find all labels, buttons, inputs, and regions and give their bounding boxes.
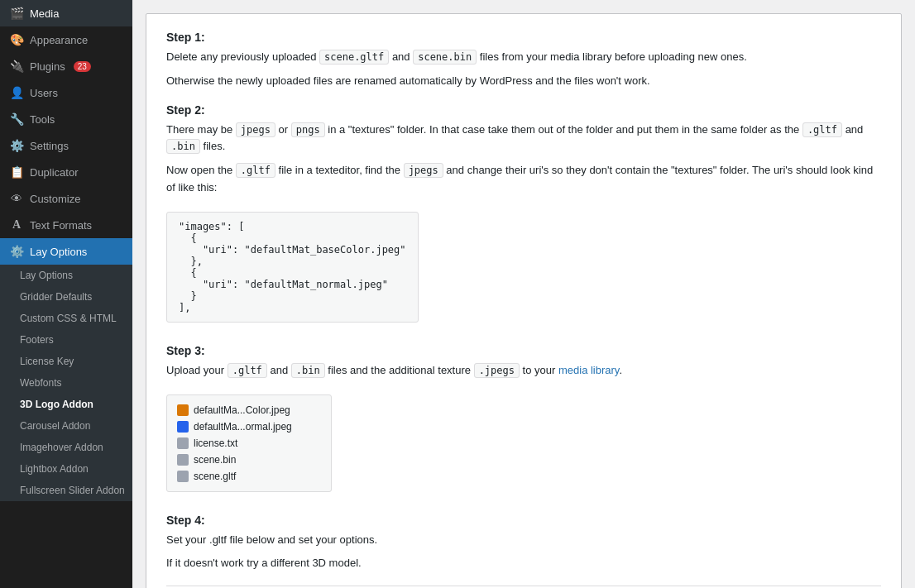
submenu-webfonts[interactable]: Webfonts	[0, 372, 132, 394]
lay-options-icon: ⚙️	[10, 245, 23, 258]
file-icon-gltf	[177, 471, 189, 482]
sidebar-item-lay-options[interactable]: ⚙️ Lay Options	[0, 238, 132, 265]
sidebar-item-duplicator[interactable]: 📋 Duplicator	[0, 159, 132, 185]
sidebar-item-text-formats[interactable]: A Text Formats	[0, 212, 132, 238]
sidebar-item-label: Customize	[30, 193, 80, 205]
file-item: scene.gltf	[177, 468, 321, 485]
submenu-gridder-defaults[interactable]: Gridder Defaults	[0, 286, 132, 308]
code-gltf-3: .gltf	[228, 363, 267, 378]
submenu-lay-options[interactable]: Lay Options	[0, 265, 132, 286]
main-content: Step 1: Delete any previously uploaded s…	[132, 0, 915, 588]
sidebar-item-label: Settings	[30, 140, 69, 152]
media-library-link[interactable]: media library	[558, 364, 619, 376]
file-name: defaultMa...Color.jpeg	[194, 404, 290, 416]
step3-heading: Step 3:	[166, 344, 881, 357]
step1-text1: Delete any previously uploaded scene.glt…	[166, 49, 881, 66]
code-block-json: "images": [ { "uri": "defaultMat_baseCol…	[166, 212, 419, 323]
sidebar-item-label: Plugins	[30, 60, 65, 73]
sidebar-item-customize[interactable]: 👁 Customize	[0, 185, 132, 212]
submenu-fullscreen-slider-addon[interactable]: Fullscreen Slider Addon	[0, 480, 132, 501]
settings-icon: ⚙️	[10, 139, 23, 152]
sidebar: 🎬 Media 🎨 Appearance 🔌 Plugins 23 👤 User…	[0, 0, 132, 588]
submenu-label: 3D Logo Addon	[20, 399, 93, 410]
tools-icon: 🔧	[10, 112, 23, 126]
step4-text1: Set your .gltf file below and set your o…	[166, 532, 881, 549]
code-bin-2: .bin	[291, 363, 325, 378]
file-icon-jpeg2	[177, 421, 189, 433]
plugins-icon: 🔌	[10, 60, 23, 73]
users-icon: 👤	[10, 86, 23, 99]
step2-text2: Now open the .gltf file in a texteditor,…	[166, 162, 881, 197]
code-scene-bin-1: scene.bin	[413, 50, 477, 65]
sidebar-item-label: Text Formats	[30, 219, 92, 232]
duplicator-icon: 📋	[10, 165, 23, 179]
sidebar-item-plugins[interactable]: 🔌 Plugins 23	[0, 53, 132, 79]
code-gltf-2: .gltf	[236, 163, 275, 178]
sidebar-item-appearance[interactable]: 🎨 Appearance	[0, 26, 132, 53]
submenu-lightbox-addon[interactable]: Lightbox Addon	[0, 458, 132, 480]
code-jpegs-1: jpegs	[236, 122, 275, 137]
sidebar-item-label: Users	[30, 87, 58, 99]
step4-text2: If it doesn't work try a different 3D mo…	[166, 555, 881, 572]
sidebar-item-tools[interactable]: 🔧 Tools	[0, 106, 132, 132]
sidebar-item-label: Lay Options	[30, 246, 87, 258]
file-icon-jpeg1	[177, 404, 189, 416]
content-area: Step 1: Delete any previously uploaded s…	[146, 13, 902, 588]
step2-text1: There may be jpegs or pngs in a "texture…	[166, 122, 881, 156]
file-item: defaultMa...ormal.jpeg	[177, 418, 321, 435]
submenu-custom-css-html[interactable]: Custom CSS & HTML	[0, 308, 132, 329]
sidebar-item-label: Duplicator	[30, 166, 79, 179]
file-item: scene.bin	[177, 452, 321, 468]
appearance-icon: 🎨	[10, 33, 23, 46]
file-icon-bin	[177, 454, 189, 466]
file-icon-txt	[177, 437, 189, 449]
code-jpegs-3: .jpegs	[474, 363, 520, 378]
submenu-imagehover-addon[interactable]: Imagehover Addon	[0, 437, 132, 458]
file-name: scene.bin	[194, 454, 236, 466]
step4-heading: Step 4:	[166, 514, 881, 527]
sidebar-item-label: Tools	[30, 113, 55, 126]
code-scene-gltf-1: scene.gltf	[319, 50, 389, 65]
sidebar-item-users[interactable]: 👤 Users	[0, 79, 132, 106]
file-item: defaultMa...Color.jpeg	[177, 402, 321, 418]
file-name: scene.gltf	[194, 471, 236, 482]
file-item: license.txt	[177, 435, 321, 452]
customize-icon: 👁	[10, 192, 23, 205]
sidebar-item-media[interactable]: 🎬 Media	[0, 0, 132, 26]
step3-text1: Upload your .gltf and .bin files and the…	[166, 362, 881, 380]
sidebar-item-settings[interactable]: ⚙️ Settings	[0, 132, 132, 159]
sidebar-item-label: Appearance	[30, 34, 88, 46]
submenu-3d-logo-addon[interactable]: 3D Logo Addon	[0, 394, 132, 415]
code-pngs: pngs	[291, 122, 325, 137]
file-list: defaultMa...Color.jpeg defaultMa...ormal…	[166, 394, 332, 492]
code-gltf-1: .gltf	[802, 122, 842, 137]
file-name: defaultMa...ormal.jpeg	[194, 421, 292, 433]
sidebar-item-label: Media	[30, 7, 59, 20]
code-bin-1: .bin	[166, 139, 200, 154]
step2-heading: Step 2:	[166, 103, 881, 117]
step1-heading: Step 1:	[166, 31, 881, 44]
code-jpegs-2: jpegs	[404, 163, 443, 178]
submenu-carousel-addon[interactable]: Carousel Addon	[0, 415, 132, 437]
media-icon: 🎬	[10, 7, 23, 20]
text-formats-icon: A	[10, 218, 23, 232]
file-name: license.txt	[194, 437, 237, 449]
step1-text2: Otherwise the newly uploaded files are r…	[166, 73, 881, 90]
sidebar-submenu: Lay Options Gridder Defaults Custom CSS …	[0, 265, 132, 501]
submenu-license-key[interactable]: License Key	[0, 351, 132, 372]
plugins-badge: 23	[74, 61, 91, 72]
submenu-footers[interactable]: Footers	[0, 329, 132, 351]
